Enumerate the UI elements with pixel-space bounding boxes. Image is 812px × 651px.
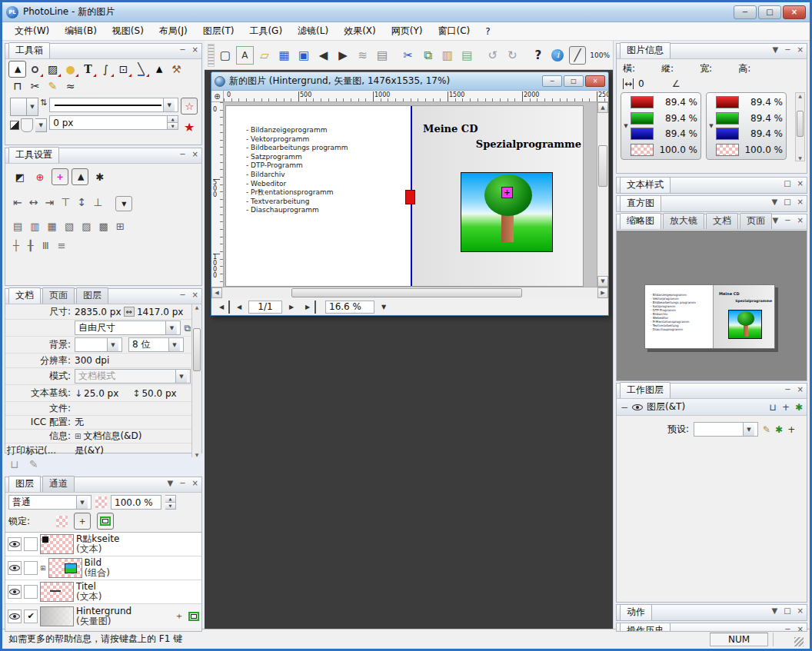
last-page-button[interactable]: ▶ <box>301 301 316 314</box>
readout-source-dropdown[interactable]: ▼ <box>621 93 631 159</box>
delete-icon[interactable]: ⊔ <box>10 458 18 470</box>
layer-thumbnail[interactable] <box>40 582 74 602</box>
delete-layer-icon[interactable]: ⊔ <box>770 402 777 413</box>
menu-layout[interactable]: 布局(J) <box>151 22 195 40</box>
tab-page[interactable]: 页面 <box>42 287 75 304</box>
menu-file[interactable]: 文件(W) <box>7 22 57 40</box>
context-help-icon[interactable]: ? <box>530 46 547 65</box>
toolbox-minimize-icon[interactable]: − <box>179 46 185 54</box>
work-layer-minimize-icon[interactable]: − <box>784 386 790 394</box>
layers-close-icon[interactable]: × <box>192 480 198 487</box>
favorite-button[interactable]: ★ <box>181 118 198 135</box>
line-style-select[interactable]: ▼ <box>49 98 178 112</box>
actions-tab[interactable]: 动作 <box>620 604 652 620</box>
copy-icon[interactable]: ⧉ <box>419 46 437 65</box>
background-color-select[interactable]: ▼ <box>75 337 122 352</box>
resize-grip[interactable] <box>794 637 804 646</box>
distribute-5-icon[interactable]: ▨ <box>82 221 91 232</box>
layer-select-checkbox[interactable] <box>24 561 38 575</box>
document-panel-scrollbar[interactable]: ▲ ▼ <box>191 304 201 457</box>
preset-select[interactable]: ▼ <box>694 422 758 437</box>
layer-select-checkbox[interactable] <box>24 537 38 551</box>
work-layer-close-icon[interactable]: × <box>797 386 804 394</box>
print-icon[interactable]: ▤ <box>374 46 391 65</box>
scroll-left-icon[interactable]: ◀ <box>215 290 218 296</box>
document-titlebar[interactable]: 新的图片 (Hintergrund, 矢量图, 1476x1535, 17%) … <box>211 72 608 91</box>
history-tab[interactable]: 操作历史 <box>620 623 671 632</box>
layer-settings-icon[interactable]: ✱ <box>795 402 803 413</box>
layers-menu-icon[interactable]: ▼ <box>168 480 174 487</box>
distribute-4-icon[interactable]: ▧ <box>65 221 74 232</box>
size-preset-dropdown[interactable]: ▼ <box>165 321 177 334</box>
work-layer-tab[interactable]: 工作图层 <box>620 382 671 398</box>
toolbox-tab[interactable]: 工具箱 <box>8 42 50 58</box>
tab-layer[interactable]: 图层 <box>76 287 108 304</box>
blend-mode-select[interactable]: 普通 ▼ <box>8 495 92 510</box>
layers-minimize-icon[interactable]: − <box>179 480 185 487</box>
redo-icon[interactable]: ↻ <box>504 46 521 65</box>
tab-doc[interactable]: 文档 <box>706 213 738 229</box>
tree-image[interactable]: + <box>461 172 553 252</box>
hammer-tool[interactable]: ⚒ <box>168 61 185 78</box>
subline-text[interactable]: Spezialprogramme <box>476 138 581 150</box>
actions-menu-icon[interactable]: ▼ <box>771 607 777 615</box>
program-list[interactable]: - Bildanzeigeprogramm - Vektorprogramm -… <box>246 126 348 215</box>
menu-layer[interactable]: 图层(T) <box>195 22 242 40</box>
tab-thumbnail[interactable]: 缩略图 <box>620 213 661 229</box>
baseline-spacing-value[interactable]: 50.0 px <box>141 388 176 399</box>
v-scroll-thumb[interactable] <box>598 145 607 187</box>
browse-icon[interactable]: ▦ <box>275 46 293 65</box>
actions-close-icon[interactable]: × <box>797 607 804 615</box>
thumbnail-close-icon[interactable]: × <box>797 217 804 224</box>
layer-thumbnail[interactable] <box>40 606 74 626</box>
align-center-h-icon[interactable]: ↔ <box>29 196 38 211</box>
paste-icon[interactable]: ▥ <box>439 46 457 65</box>
line-width-spinner[interactable]: ▲ ▼ <box>168 115 178 130</box>
scissors-tool[interactable]: ✂ <box>26 78 44 95</box>
history-minimize-icon[interactable]: − <box>784 626 790 632</box>
cut-icon[interactable]: ✂ <box>399 46 417 65</box>
doc-restore-button[interactable]: □ <box>564 75 584 87</box>
text-style-tab[interactable]: 文本样式 <box>620 177 671 193</box>
align-options-dropdown[interactable]: ▼ <box>115 196 132 211</box>
scroll-down-icon[interactable]: ▼ <box>796 155 804 161</box>
page-indicator[interactable]: 1/1 <box>248 301 282 314</box>
spin-up-icon[interactable]: ▲ <box>168 116 178 122</box>
histogram-tab[interactable]: 直方图 <box>620 195 661 211</box>
depth-dropdown[interactable]: ▼ <box>168 338 180 351</box>
new-document-icon[interactable]: ▢ <box>217 46 235 65</box>
layer-row-rueckseite[interactable]: R點kseite (文本) <box>5 533 201 556</box>
distribute-6-icon[interactable]: ▩ <box>98 221 108 232</box>
align-right-icon[interactable]: ⇥ <box>45 196 54 211</box>
direct-select-tool[interactable]: ▶ <box>150 61 168 78</box>
curve-adjust-tool[interactable]: ≈ <box>62 78 79 95</box>
thumbnail-viewport[interactable]: - Bildanzeigeprogramm - Vektorprogramm -… <box>617 231 807 380</box>
menu-tools[interactable]: 工具(G) <box>241 22 290 40</box>
crop-tool[interactable]: ⊡ <box>115 61 132 78</box>
histogram-menu-icon[interactable]: ▼ <box>771 198 777 206</box>
layer-visible-toggle[interactable] <box>8 585 22 599</box>
mini-color-pair-icon[interactable] <box>10 121 19 130</box>
restore-button[interactable]: □ <box>758 5 781 19</box>
opacity-spinner[interactable]: ▲ ▼ <box>165 495 176 510</box>
zoom-tool[interactable] <box>26 61 44 78</box>
depth-select[interactable]: 8 位 ▼ <box>128 337 184 352</box>
history-close-icon[interactable]: × <box>797 626 804 632</box>
spin-down-icon[interactable]: ▼ <box>165 502 175 509</box>
fill-style-dropdown[interactable]: ▼ <box>35 118 47 132</box>
text-tool[interactable]: T <box>79 61 97 78</box>
preset-settings-icon[interactable]: ✱ <box>775 424 783 435</box>
actions-maximize-icon[interactable]: □ <box>784 607 790 615</box>
edit-preset-icon[interactable]: ✎ <box>763 424 770 435</box>
spin-up-icon[interactable]: ▲ <box>165 496 175 502</box>
tab-document[interactable]: 文档 <box>8 287 41 304</box>
stroke-color-swatch[interactable] <box>10 98 27 116</box>
work-layer-row[interactable]: − 图层(&T) ⊔ + ✱ <box>617 399 807 416</box>
stroke-color-dropdown[interactable]: ▼ <box>27 98 38 116</box>
collapse-icon[interactable]: − <box>621 402 628 413</box>
expand-icon[interactable]: ⊞ <box>75 432 81 440</box>
selection-handle[interactable]: + <box>501 187 513 198</box>
add-layer-icon[interactable]: + <box>782 402 790 413</box>
histogram-maximize-icon[interactable]: □ <box>784 198 790 206</box>
thumbnail-minimize-icon[interactable]: − <box>784 217 790 224</box>
